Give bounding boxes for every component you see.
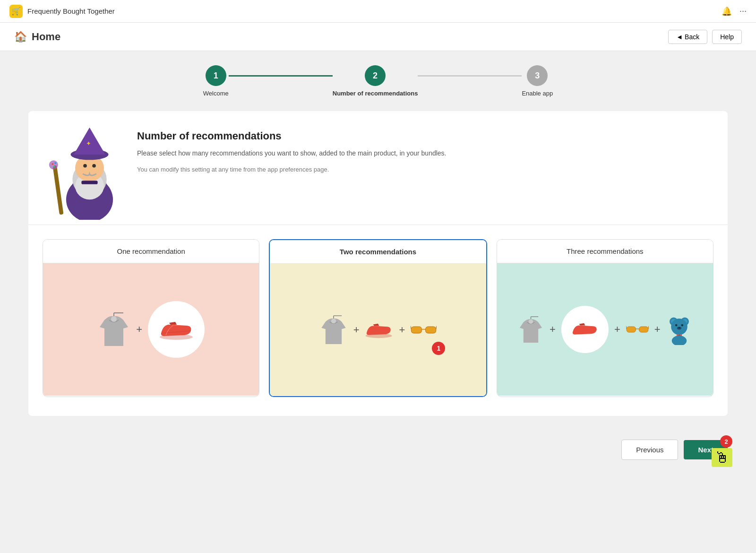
home-icon: 🏠 [14, 31, 27, 43]
step-circle-2: 2 [365, 65, 386, 86]
shoe-circle-3 [561, 306, 609, 353]
plus-3c: + [654, 323, 661, 336]
selected-badge: 1 [432, 342, 445, 355]
help-button[interactable]: Help [712, 30, 742, 44]
stepper: 1 Welcome 2 Number of recommendations 3 … [28, 65, 728, 97]
step-circle-1: 1 [206, 65, 226, 86]
svg-point-10 [83, 164, 87, 168]
svg-rect-25 [426, 327, 436, 333]
cursor-hint: 🖱 [712, 448, 732, 467]
back-button[interactable]: ◄ Back [668, 30, 707, 44]
svg-point-1 [49, 160, 58, 169]
svg-point-45 [679, 327, 680, 328]
more-icon[interactable]: ··· [739, 6, 747, 16]
rec-card-one[interactable]: One recommendation [43, 239, 259, 397]
info-section: ✦ Number of recommendations Please selec… [28, 111, 728, 225]
rec-card-two-header: Two recommendations [270, 240, 486, 264]
wizard-illustration: ✦ [47, 125, 123, 210]
shoe-circle-1 [148, 301, 205, 358]
next-badge: 2 [720, 435, 732, 448]
svg-text:✦: ✦ [86, 140, 91, 147]
rec-section: One recommendation [28, 225, 728, 416]
svg-point-43 [681, 324, 683, 326]
step-1: 1 Welcome [203, 65, 229, 97]
previous-button[interactable]: Previous [621, 440, 678, 460]
svg-point-16 [111, 316, 117, 322]
page-title: Home [32, 31, 60, 43]
plus-2a: + [353, 324, 360, 336]
info-text: Number of recommendations Please select … [137, 125, 709, 173]
footer: Previous Next 2 🖱 [0, 430, 756, 469]
home-nav: 🏠 Home [14, 31, 60, 43]
rec-card-one-body: + [43, 263, 259, 396]
svg-point-4 [53, 166, 55, 168]
plus-3a: + [550, 323, 556, 336]
svg-point-2 [52, 163, 54, 165]
info-note: You can modify this setting at any time … [137, 166, 709, 173]
product-glasses-3 [626, 323, 649, 336]
cards-wrapper: ✦ Number of recommendations Please selec… [28, 111, 728, 416]
svg-point-29 [529, 319, 533, 323]
product-hoodie-3 [518, 314, 544, 345]
step-label-2: Number of recommendations [333, 90, 418, 97]
plus-2b: + [399, 324, 405, 336]
rec-card-two[interactable]: Two recommendations [269, 239, 487, 397]
svg-rect-32 [627, 327, 636, 332]
step-container: 1 Welcome 2 Number of recommendations 3 … [203, 65, 553, 97]
svg-point-42 [675, 324, 677, 326]
product-hoodie-1 [97, 311, 130, 348]
step-label-1: Welcome [203, 90, 229, 97]
svg-line-27 [411, 326, 411, 329]
step-label-3: Enable app [522, 90, 553, 97]
step-line-1 [229, 75, 333, 77]
step-3: 3 Enable app [522, 65, 553, 97]
step-2: 2 Number of recommendations [333, 65, 418, 97]
step-circle-3: 3 [527, 65, 548, 86]
bell-icon[interactable]: 🔔 [722, 6, 732, 17]
product-bear-3 [666, 314, 692, 345]
rec-items-three: + + [518, 306, 692, 353]
rec-items-two: + + [319, 313, 437, 346]
product-shoe-2 [365, 321, 393, 339]
svg-point-20 [331, 319, 335, 323]
svg-rect-24 [412, 327, 422, 333]
svg-rect-33 [639, 327, 648, 332]
svg-point-49 [671, 336, 686, 345]
svg-line-36 [648, 326, 649, 329]
rec-card-three-body: + + [497, 263, 713, 396]
product-hoodie-2 [319, 313, 348, 346]
svg-line-35 [626, 326, 627, 329]
rec-card-three-header: Three recommendations [497, 240, 713, 263]
product-glasses-2 [411, 323, 437, 337]
app-title: Frequently Bought Together [27, 7, 115, 15]
topbar-left: 🛒 Frequently Bought Together [9, 5, 115, 18]
plus-3b: + [614, 323, 620, 336]
svg-line-28 [436, 326, 437, 329]
rec-card-one-header: One recommendation [43, 240, 259, 263]
home-actions: ◄ Back Help [668, 30, 742, 44]
rec-card-three[interactable]: Three recommendations [497, 239, 713, 397]
topbar-right: 🔔 ··· [722, 6, 747, 17]
svg-point-3 [54, 162, 56, 164]
topbar: 🛒 Frequently Bought Together 🔔 ··· [0, 0, 756, 23]
home-header: 🏠 Home ◄ Back Help [0, 23, 756, 51]
plus-1: + [136, 323, 142, 336]
info-title: Number of recommendations [137, 130, 709, 142]
rec-items-one: + [97, 301, 205, 358]
info-description: Please select how many recommendations y… [137, 148, 709, 158]
svg-rect-0 [52, 165, 63, 215]
svg-rect-15 [81, 181, 97, 184]
svg-point-11 [92, 164, 96, 168]
rec-card-two-body: + + [270, 264, 486, 396]
app-icon: 🛒 [9, 5, 23, 18]
main-content: 1 Welcome 2 Number of recommendations 3 … [0, 51, 756, 430]
step-line-2 [418, 75, 522, 77]
